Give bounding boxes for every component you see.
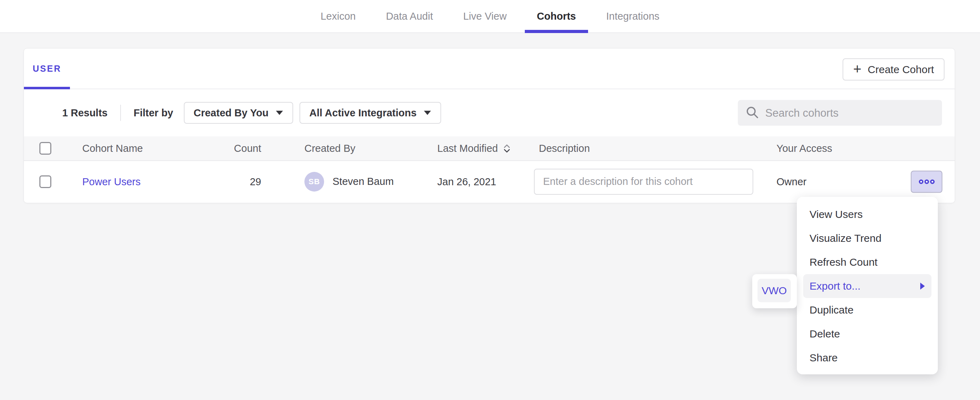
submenu-item-vwo[interactable]: VWO: [757, 279, 791, 302]
sort-icon[interactable]: [503, 143, 511, 153]
row-checkbox[interactable]: [39, 175, 51, 188]
created-by-cell: SB Steven Baum: [304, 172, 394, 191]
access-value: Owner: [776, 176, 807, 187]
last-modified-label: Last Modified: [437, 143, 498, 154]
menu-item-visualize-trend[interactable]: Visualize Trend: [803, 226, 931, 250]
last-modified-value: Jan 26, 2021: [437, 176, 496, 187]
table-row: Power Users 29 SB Steven Baum Jan 26, 20…: [24, 161, 955, 202]
created-by-dropdown-value: Created By You: [194, 107, 269, 119]
chevron-down-icon: [275, 110, 283, 115]
filter-by-label: Filter by: [134, 107, 173, 119]
nav-tab-integrations[interactable]: Integrations: [594, 0, 672, 32]
integrations-dropdown-value: All Active Integrations: [309, 107, 417, 119]
created-by-name: Steven Baum: [332, 176, 394, 187]
menu-item-share[interactable]: Share: [803, 346, 931, 370]
create-cohort-button[interactable]: + Create Cohort: [843, 58, 945, 80]
search-input[interactable]: [765, 107, 934, 119]
cohorts-card: USER + Create Cohort 1 Results Filter by…: [24, 48, 955, 203]
menu-item-delete[interactable]: Delete: [803, 322, 931, 346]
menu-item-duplicate[interactable]: Duplicate: [803, 298, 931, 322]
nav-tab-lexicon[interactable]: Lexicon: [309, 0, 368, 32]
ellipsis-icon: [930, 179, 935, 184]
search-icon: [746, 105, 759, 120]
cohort-count: 29: [220, 176, 261, 187]
column-header-description: Description: [539, 143, 590, 154]
nav-tab-live-view[interactable]: Live View: [451, 0, 519, 32]
top-navigation: Lexicon Data Audit Live View Cohorts Int…: [0, 0, 980, 33]
ellipsis-icon: [924, 179, 929, 184]
column-header-last-modified[interactable]: Last Modified: [437, 143, 511, 154]
chevron-down-icon: [423, 110, 431, 115]
export-submenu: VWO: [752, 274, 797, 308]
column-header-your-access: Your Access: [776, 143, 832, 154]
card-header: USER + Create Cohort: [24, 48, 955, 89]
search-box: [738, 100, 942, 126]
row-actions-button[interactable]: [911, 171, 942, 193]
create-cohort-label: Create Cohort: [868, 64, 934, 76]
cohort-name-link[interactable]: Power Users: [82, 176, 141, 187]
menu-item-view-users[interactable]: View Users: [803, 202, 931, 226]
table-header: Cohort Name Count Created By Last Modifi…: [24, 136, 955, 161]
integrations-dropdown[interactable]: All Active Integrations: [299, 102, 441, 124]
export-to-label: Export to...: [810, 280, 861, 292]
plus-icon: +: [853, 62, 861, 76]
select-all-checkbox[interactable]: [39, 142, 51, 155]
nav-tab-data-audit[interactable]: Data Audit: [374, 0, 445, 32]
filter-bar: 1 Results Filter by Created By You All A…: [24, 89, 955, 136]
description-input[interactable]: [534, 169, 753, 195]
row-actions-menu: View Users Visualize Trend Refresh Count…: [797, 197, 938, 375]
menu-item-refresh-count[interactable]: Refresh Count: [803, 250, 931, 274]
divider: [120, 105, 121, 121]
results-count: 1 Results: [62, 107, 108, 119]
ellipsis-icon: [919, 179, 923, 184]
column-header-count: Count: [220, 143, 261, 154]
submenu-arrow-icon: [920, 282, 925, 290]
menu-item-export-to[interactable]: Export to...: [803, 274, 931, 298]
nav-tab-cohorts[interactable]: Cohorts: [525, 0, 588, 32]
column-header-created-by: Created By: [304, 143, 355, 154]
created-by-dropdown[interactable]: Created By You: [184, 102, 293, 124]
nav-items-group: Lexicon Data Audit Live View Cohorts Int…: [309, 0, 671, 32]
column-header-cohort-name: Cohort Name: [82, 143, 143, 154]
tab-user[interactable]: USER: [24, 48, 70, 89]
avatar: SB: [304, 172, 324, 191]
